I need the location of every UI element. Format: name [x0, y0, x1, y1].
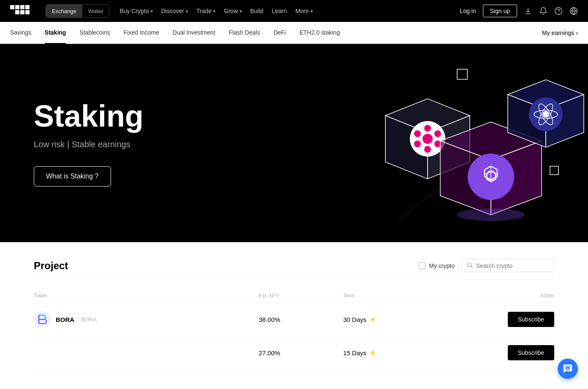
subscribe-button-2[interactable]: Subscribe — [508, 345, 554, 360]
svg-rect-12 — [550, 166, 558, 175]
term-value-bora: 30 Days ⚡ — [343, 316, 470, 323]
notification-icon[interactable] — [539, 7, 547, 15]
apy-value-bora: 38.00% — [259, 316, 343, 323]
svg-rect-6 — [25, 10, 30, 14]
search-box — [461, 259, 554, 272]
sub-nav-items: Savings Staking Stablecoins Fixed Income… — [10, 22, 542, 44]
nav-right: Log in Sign up — [460, 5, 578, 17]
svg-point-41 — [457, 208, 525, 221]
subnav-flash-deals[interactable]: Flash Deals — [229, 22, 260, 44]
svg-line-43 — [471, 266, 472, 267]
language-icon[interactable] — [569, 7, 578, 15]
nav-more[interactable]: More — [295, 8, 313, 14]
token-name-bora: BORA — [56, 316, 74, 323]
svg-rect-4 — [20, 10, 24, 14]
th-term: Term — [343, 293, 470, 299]
hero-subtitle: Low risk | Stable earnings — [34, 140, 144, 149]
token-cell-bora: BORA BORA — [34, 311, 259, 328]
nav-grow[interactable]: Grow — [224, 8, 241, 14]
search-input[interactable] — [476, 262, 549, 269]
svg-point-24 — [434, 130, 441, 137]
token-ticker-bora: BORA — [81, 316, 97, 323]
term-text-bora: 30 Days — [343, 316, 366, 323]
apy-value-2: 27.00% — [259, 349, 343, 357]
project-section: Project My crypto Token Est. APY Term Ac… — [0, 242, 588, 386]
nav-discover[interactable]: Discover — [161, 8, 188, 14]
main-nav-items: Buy Crypto Discover Trade Grow Build Lea… — [119, 8, 450, 14]
nav-buy-crypto[interactable]: Buy Crypto — [119, 8, 152, 14]
svg-point-21 — [424, 125, 431, 132]
hero-section: Staking Low risk | Stable earnings What … — [0, 44, 588, 242]
project-title: Project — [34, 260, 419, 272]
svg-rect-3 — [15, 10, 19, 14]
top-nav: Exchange Wallet Buy Crypto Discover Trad… — [0, 0, 588, 22]
download-icon[interactable] — [524, 7, 532, 15]
chat-button[interactable] — [558, 359, 578, 379]
svg-rect-2 — [20, 5, 24, 9]
my-earnings-label: My earnings — [542, 30, 574, 36]
sub-nav: Savings Staking Stablecoins Fixed Income… — [0, 22, 588, 44]
th-est-apy: Est. APY — [259, 293, 343, 299]
subnav-defi[interactable]: DeFi — [274, 22, 286, 44]
hero-title: Staking — [34, 100, 144, 133]
signup-button[interactable]: Sign up — [483, 5, 517, 17]
bora-logo-icon — [34, 311, 51, 328]
svg-point-37 — [542, 111, 549, 118]
help-icon[interactable] — [554, 7, 563, 15]
my-earnings-link[interactable]: My earnings › — [542, 30, 578, 36]
svg-rect-1 — [15, 5, 19, 9]
flash-icon-bora: ⚡ — [369, 316, 376, 323]
table-row: BORA BORA 38.00% 30 Days ⚡ Subscribe — [34, 303, 554, 337]
svg-rect-5 — [25, 5, 30, 9]
subnav-dual-investment[interactable]: Dual Investment — [173, 22, 215, 44]
svg-line-15 — [398, 187, 440, 221]
hero-content: Staking Low risk | Stable earnings What … — [34, 100, 144, 186]
svg-point-42 — [468, 263, 471, 267]
my-crypto-checkbox[interactable] — [419, 262, 425, 269]
nav-learn[interactable]: Learn — [272, 8, 287, 14]
nav-build[interactable]: Build — [250, 8, 263, 14]
subscribe-button-bora[interactable]: Subscribe — [508, 312, 554, 327]
svg-rect-11 — [457, 69, 467, 79]
svg-point-25 — [414, 140, 421, 147]
svg-rect-0 — [10, 5, 14, 9]
flash-icon-2: ⚡ — [369, 349, 376, 356]
th-action: Action — [470, 293, 554, 299]
table-header: Token Est. APY Term Action — [34, 289, 554, 303]
action-cell-2: Subscribe — [470, 345, 554, 360]
search-icon — [467, 262, 473, 269]
action-cell-bora: Subscribe — [470, 312, 554, 327]
subnav-eth2-staking[interactable]: ETH2.0 staking — [299, 22, 340, 44]
what-is-staking-button[interactable]: What is Staking ? — [34, 166, 111, 186]
wallet-tab[interactable]: Wallet — [82, 5, 109, 17]
my-earnings-chevron: › — [576, 30, 578, 36]
my-crypto-filter: My crypto — [419, 262, 455, 269]
my-crypto-label: My crypto — [429, 262, 455, 269]
svg-point-23 — [414, 130, 421, 137]
svg-point-27 — [423, 134, 433, 144]
subnav-savings[interactable]: Savings — [10, 22, 31, 44]
subnav-fixed-income[interactable]: Fixed Income — [124, 22, 159, 44]
svg-point-22 — [424, 146, 431, 153]
nav-trade[interactable]: Trade — [196, 8, 215, 14]
exchange-tab[interactable]: Exchange — [46, 5, 82, 17]
term-text-2: 15 Days — [343, 349, 366, 357]
hero-graphics: ⬡ — [250, 44, 588, 242]
term-value-2: 15 Days ⚡ — [343, 349, 470, 357]
exchange-wallet-toggle: Exchange Wallet — [46, 4, 109, 18]
login-button[interactable]: Log in — [460, 8, 476, 14]
subnav-stablecoins[interactable]: Stablecoins — [79, 22, 110, 44]
table-row-2: 27.00% 15 Days ⚡ Subscribe — [34, 337, 554, 369]
subnav-staking[interactable]: Staking — [45, 22, 66, 44]
th-token: Token — [34, 293, 259, 299]
project-header: Project My crypto — [34, 259, 554, 279]
okx-logo[interactable] — [10, 5, 30, 17]
